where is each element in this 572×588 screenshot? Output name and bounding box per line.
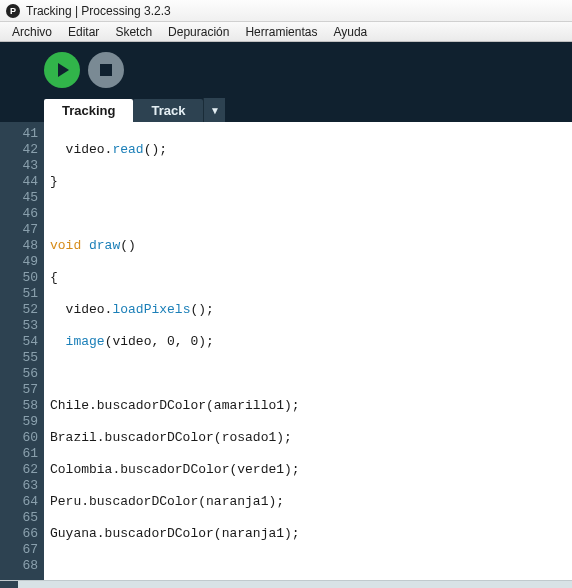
line-number: 57: [4, 382, 38, 398]
code-area[interactable]: video.read(); } void draw() { video.load…: [44, 122, 572, 580]
app-icon: P: [6, 4, 20, 18]
menu-debug[interactable]: Depuración: [160, 23, 237, 41]
menu-bar: Archivo Editar Sketch Depuración Herrami…: [0, 22, 572, 42]
line-number: 45: [4, 190, 38, 206]
line-number: 54: [4, 334, 38, 350]
line-number: 55: [4, 350, 38, 366]
line-number: 44: [4, 174, 38, 190]
line-number: 50: [4, 270, 38, 286]
stop-button[interactable]: [88, 52, 124, 88]
line-number: 53: [4, 318, 38, 334]
line-number: 48: [4, 238, 38, 254]
stop-icon: [100, 64, 112, 76]
menu-help[interactable]: Ayuda: [325, 23, 375, 41]
line-gutter: 4142434445464748495051525354555657585960…: [0, 122, 44, 580]
tab-menu-button[interactable]: ▼: [203, 98, 225, 122]
menu-edit[interactable]: Editar: [60, 23, 107, 41]
status-bar: [0, 580, 572, 588]
line-number: 49: [4, 254, 38, 270]
line-number: 42: [4, 142, 38, 158]
title-bar: P Tracking | Processing 3.2.3: [0, 0, 572, 22]
line-number: 65: [4, 510, 38, 526]
line-number: 56: [4, 366, 38, 382]
line-number: 60: [4, 430, 38, 446]
line-number: 41: [4, 126, 38, 142]
line-number: 46: [4, 206, 38, 222]
line-number: 68: [4, 558, 38, 574]
window-title: Tracking | Processing 3.2.3: [26, 4, 171, 18]
tab-track[interactable]: Track: [133, 99, 203, 122]
menu-tools[interactable]: Herramientas: [237, 23, 325, 41]
line-number: 59: [4, 414, 38, 430]
status-left-block: [0, 581, 18, 588]
line-number: 51: [4, 286, 38, 302]
run-button[interactable]: [44, 52, 80, 88]
line-number: 43: [4, 158, 38, 174]
line-number: 61: [4, 446, 38, 462]
line-number: 52: [4, 302, 38, 318]
play-icon: [58, 63, 69, 77]
line-number: 62: [4, 462, 38, 478]
tab-tracking[interactable]: Tracking: [44, 99, 133, 122]
toolbar: Tracking Track ▼: [0, 42, 572, 122]
tabs-row: Tracking Track ▼: [44, 98, 572, 122]
line-number: 58: [4, 398, 38, 414]
line-number: 63: [4, 478, 38, 494]
line-number: 64: [4, 494, 38, 510]
line-number: 47: [4, 222, 38, 238]
menu-file[interactable]: Archivo: [4, 23, 60, 41]
menu-sketch[interactable]: Sketch: [107, 23, 160, 41]
code-editor[interactable]: 4142434445464748495051525354555657585960…: [0, 122, 572, 580]
line-number: 67: [4, 542, 38, 558]
line-number: 66: [4, 526, 38, 542]
